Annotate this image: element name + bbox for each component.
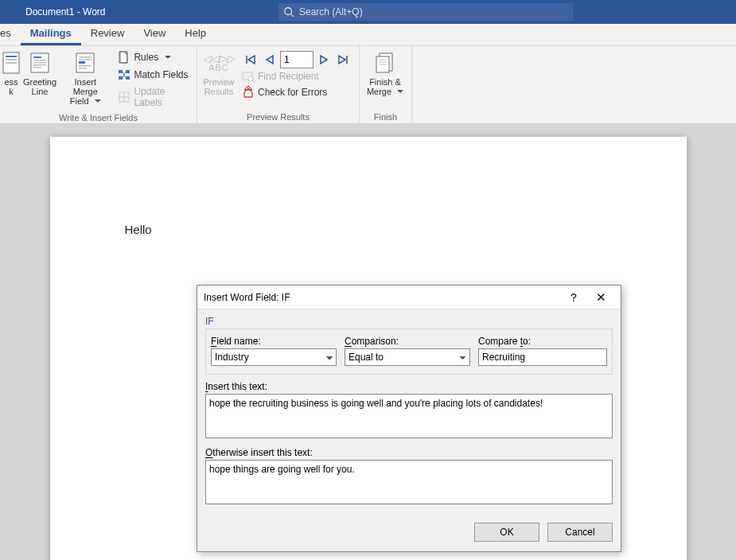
label: Greeting Line	[23, 77, 56, 96]
comparison-label: Comparison:	[345, 336, 470, 347]
preview-results-icon: ◁◁▷▷ ABC	[206, 50, 232, 76]
label: Match Fields	[134, 69, 188, 80]
finish-merge-icon	[372, 50, 398, 76]
finish-merge-button[interactable]: Finish & Merge	[361, 48, 409, 99]
label: Find Recipient	[258, 71, 319, 82]
tab-review[interactable]: Review	[81, 23, 134, 45]
check-errors-button[interactable]: Check for Errors	[239, 84, 355, 100]
insert-text-area[interactable]	[205, 394, 613, 438]
label: Finish & Merge	[367, 77, 403, 96]
comparison-select[interactable]: Equal to	[345, 348, 470, 366]
address-block-button-partial[interactable]: ess k	[2, 48, 21, 99]
group-finish: Finish & Merge Finish	[360, 46, 412, 123]
group-write-insert: ess k Greeting Line Insert Merge Field	[0, 46, 197, 123]
tab-help[interactable]: Help	[175, 23, 216, 45]
group-label: Finish	[361, 111, 410, 123]
insert-merge-field-icon	[72, 50, 98, 76]
tab-view[interactable]: View	[134, 23, 175, 45]
label: Rules	[134, 52, 158, 63]
svg-rect-8	[33, 60, 46, 61]
svg-rect-20	[126, 70, 130, 73]
group-preview-results: ◁◁▷▷ ABC Preview Results	[197, 46, 360, 123]
chevron-down-icon	[92, 96, 101, 106]
svg-rect-17	[79, 68, 87, 69]
svg-rect-10	[33, 64, 46, 66]
next-record-button[interactable]	[315, 51, 333, 68]
preview-results-button[interactable]: ◁◁▷▷ ABC Preview Results	[199, 48, 239, 99]
svg-rect-9	[33, 62, 46, 64]
svg-marker-30	[267, 56, 273, 64]
svg-rect-21	[119, 76, 123, 80]
search-icon	[283, 6, 294, 18]
chevron-down-icon	[162, 52, 171, 63]
first-record-button[interactable]	[242, 51, 259, 68]
group-label: Write & Insert Fields	[2, 111, 195, 124]
search-placeholder: Search (Alt+Q)	[299, 6, 363, 18]
rules-button[interactable]: Rules	[115, 49, 192, 65]
label: Update Labels	[134, 86, 189, 108]
insert-merge-field-button[interactable]: Insert Merge Field	[59, 48, 111, 108]
update-labels-button: Update Labels	[115, 84, 192, 110]
greeting-line-button[interactable]: Greeting Line	[21, 48, 59, 99]
svg-rect-22	[126, 76, 130, 80]
rules-icon	[118, 51, 130, 64]
dialog-titlebar: Insert Word Field: IF ? ✕	[197, 286, 621, 309]
label: Insert Merge Field	[61, 77, 109, 106]
close-button[interactable]: ✕	[587, 286, 614, 309]
label: Check for Errors	[258, 87, 327, 98]
svg-rect-14	[79, 59, 92, 60]
label: Preview Results	[203, 77, 234, 96]
update-labels-icon	[118, 91, 130, 103]
match-fields-button[interactable]: Match Fields	[115, 67, 192, 83]
insert-if-field-dialog: Insert Word Field: IF ? ✕ IF Field name:…	[197, 285, 621, 552]
ok-button[interactable]: OK	[474, 523, 539, 542]
svg-rect-15	[79, 61, 85, 64]
label: ess k	[4, 77, 18, 96]
svg-rect-4	[6, 59, 17, 60]
check-errors-icon	[242, 86, 255, 99]
find-recipient-button: Find Recipient	[239, 68, 355, 84]
compare-to-input[interactable]	[478, 348, 607, 366]
svg-rect-19	[119, 70, 123, 73]
section-if-label: IF	[205, 316, 613, 329]
cancel-button[interactable]: Cancel	[547, 523, 613, 542]
otherwise-text-area[interactable]	[205, 460, 613, 504]
help-icon: ?	[570, 291, 577, 304]
svg-rect-5	[6, 62, 17, 64]
document-title: Document1 - Word	[0, 6, 105, 18]
match-fields-icon	[118, 68, 130, 81]
greeting-line-icon	[27, 50, 53, 76]
ribbon: ess k Greeting Line Insert Merge Field	[0, 46, 736, 124]
svg-point-0	[285, 8, 292, 15]
find-recipient-icon	[242, 70, 255, 83]
prev-record-button[interactable]	[261, 51, 278, 68]
svg-rect-3	[6, 56, 17, 57]
group-label: Preview Results	[199, 111, 357, 123]
svg-rect-16	[79, 65, 92, 67]
ribbon-tabs: es Mailings Review View Help	[0, 24, 736, 46]
compare-to-label: Compare to:	[478, 336, 607, 347]
chevron-down-icon	[394, 87, 403, 96]
otherwise-label: Otherwise insert this text:	[205, 447, 613, 458]
tab-mailings[interactable]: Mailings	[21, 23, 81, 45]
svg-line-1	[291, 14, 294, 18]
record-number-input[interactable]	[280, 51, 313, 68]
dialog-buttons: OK Cancel	[197, 516, 621, 551]
title-bar: Document1 - Word Search (Alt+Q)	[0, 0, 736, 24]
field-name-select[interactable]: Industry	[211, 348, 337, 366]
svg-rect-7	[33, 56, 41, 58]
insert-text-label: Insert this text:	[205, 381, 613, 392]
svg-rect-13	[79, 56, 92, 58]
svg-marker-29	[248, 56, 255, 64]
record-nav	[239, 48, 355, 68]
last-record-button[interactable]	[334, 51, 352, 68]
help-button[interactable]: ?	[560, 286, 587, 309]
svg-line-36	[252, 80, 255, 83]
search-box[interactable]: Search (Alt+Q)	[278, 3, 573, 21]
document-body-text: Hello	[125, 223, 687, 236]
tab-references-partial[interactable]: es	[0, 23, 21, 45]
dialog-title: Insert Word Field: IF	[204, 292, 560, 303]
svg-rect-11	[33, 67, 41, 68]
close-icon: ✕	[596, 290, 606, 305]
search-wrap: Search (Alt+Q)	[278, 3, 573, 21]
